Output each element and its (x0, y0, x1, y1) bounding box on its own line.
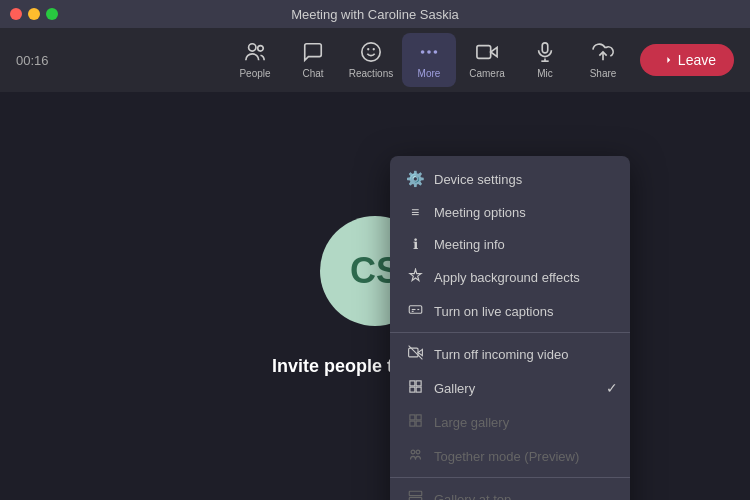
gallery-check-icon: ✓ (606, 380, 618, 396)
menu-item-gallery-top: Gallery at top (390, 482, 630, 500)
svg-rect-22 (416, 381, 421, 386)
svg-point-6 (427, 50, 431, 54)
background-icon (406, 268, 424, 286)
menu-item-meeting-info[interactable]: ℹ Meeting info (390, 228, 630, 260)
mic-label: Mic (537, 68, 553, 79)
svg-marker-18 (418, 349, 422, 355)
gear-icon: ⚙️ (406, 170, 424, 188)
people-button[interactable]: People (228, 33, 282, 87)
menu-item-gallery[interactable]: Gallery ✓ (390, 371, 630, 405)
chat-icon (302, 41, 324, 66)
options-icon: ≡ (406, 204, 424, 220)
separator-2 (390, 477, 630, 478)
menu-item-apply-background-label: Apply background effects (434, 270, 580, 285)
camera-icon (476, 41, 498, 66)
menu-item-live-captions-label: Turn on live captions (434, 304, 553, 319)
reactions-label: Reactions (349, 68, 393, 79)
call-timer: 00:16 (16, 53, 49, 68)
svg-rect-19 (408, 348, 417, 357)
menu-item-incoming-video-label: Turn off incoming video (434, 347, 568, 362)
menu-item-apply-background[interactable]: Apply background effects (390, 260, 630, 294)
mic-button[interactable]: Mic (518, 33, 572, 87)
traffic-lights (0, 8, 58, 20)
chat-label: Chat (302, 68, 323, 79)
title-bar: Meeting with Caroline Saskia (0, 0, 750, 28)
menu-item-meeting-options[interactable]: ≡ Meeting options (390, 196, 630, 228)
minimize-button[interactable] (28, 8, 40, 20)
maximize-button[interactable] (46, 8, 58, 20)
leave-button[interactable]: Leave (640, 44, 734, 76)
menu-item-live-captions[interactable]: Turn on live captions (390, 294, 630, 328)
svg-point-29 (411, 450, 415, 454)
camera-button[interactable]: Camera (460, 33, 514, 87)
svg-rect-26 (416, 415, 421, 420)
svg-marker-8 (491, 47, 497, 56)
more-icon (418, 41, 440, 66)
close-button[interactable] (10, 8, 22, 20)
svg-rect-9 (477, 46, 491, 59)
menu-item-together-mode: Together mode (Preview) (390, 439, 630, 473)
reactions-button[interactable]: Reactions (344, 33, 398, 87)
svg-rect-21 (409, 381, 414, 386)
svg-point-30 (416, 450, 420, 454)
svg-point-5 (421, 50, 425, 54)
menu-item-gallery-label: Gallery (434, 381, 475, 396)
menu-item-large-gallery-label: Large gallery (434, 415, 509, 430)
leave-label: Leave (678, 52, 716, 68)
gallery-top-icon (406, 490, 424, 500)
svg-rect-28 (416, 421, 421, 426)
more-dropdown-menu: ⚙️ Device settings ≡ Meeting options ℹ M… (390, 156, 630, 500)
svg-point-2 (362, 43, 380, 61)
more-button[interactable]: More (402, 33, 456, 87)
camera-label: Camera (469, 68, 505, 79)
gallery-icon (406, 379, 424, 397)
people-label: People (239, 68, 270, 79)
svg-rect-23 (409, 387, 414, 392)
menu-item-large-gallery: Large gallery (390, 405, 630, 439)
svg-rect-25 (409, 415, 414, 420)
chat-button[interactable]: Chat (286, 33, 340, 87)
svg-point-1 (258, 46, 264, 52)
toolbar-actions: People Chat Reactions (228, 33, 630, 87)
svg-rect-10 (542, 43, 548, 53)
svg-point-0 (249, 44, 256, 51)
menu-item-device-settings-label: Device settings (434, 172, 522, 187)
svg-point-7 (434, 50, 438, 54)
more-label: More (418, 68, 441, 79)
share-icon (592, 41, 614, 66)
leave-icon (658, 53, 672, 67)
menu-item-together-mode-label: Together mode (Preview) (434, 449, 579, 464)
incoming-video-icon (406, 345, 424, 363)
window-title: Meeting with Caroline Saskia (291, 7, 459, 22)
menu-item-meeting-options-label: Meeting options (434, 205, 526, 220)
svg-rect-27 (409, 421, 414, 426)
large-gallery-icon (406, 413, 424, 431)
toolbar: 00:16 People Chat (0, 28, 750, 92)
share-button[interactable]: Share (576, 33, 630, 87)
captions-icon (406, 302, 424, 320)
share-label: Share (590, 68, 617, 79)
reactions-icon (360, 41, 382, 66)
menu-item-meeting-info-label: Meeting info (434, 237, 505, 252)
menu-item-incoming-video[interactable]: Turn off incoming video (390, 337, 630, 371)
together-mode-icon (406, 447, 424, 465)
svg-rect-31 (409, 491, 422, 495)
mic-icon (534, 41, 556, 66)
menu-item-device-settings[interactable]: ⚙️ Device settings (390, 162, 630, 196)
svg-rect-24 (416, 387, 421, 392)
info-icon: ℹ (406, 236, 424, 252)
people-icon (244, 41, 266, 66)
separator-1 (390, 332, 630, 333)
main-area: CS Invite people to join you ⚙️ Device s… (0, 92, 750, 500)
menu-item-gallery-top-label: Gallery at top (434, 492, 511, 501)
